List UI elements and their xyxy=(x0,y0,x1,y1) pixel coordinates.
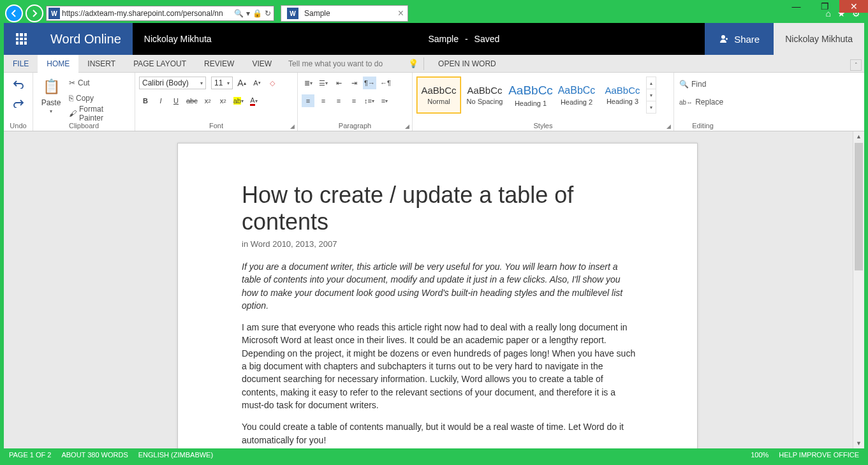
doc-title[interactable]: How to create / update a table of conten… xyxy=(242,182,637,235)
user-name-left: Nickolay Mikhuta xyxy=(133,34,223,44)
browser-back-button[interactable] xyxy=(5,4,23,22)
group-font-label: Font◢ xyxy=(139,121,293,129)
align-center-button[interactable]: ≡ xyxy=(317,94,330,107)
word-count[interactable]: ABOUT 380 WORDS xyxy=(61,451,128,459)
scroll-up-button[interactable]: ▲ xyxy=(853,131,864,142)
search-icon[interactable]: 🔍 xyxy=(234,9,244,18)
bullets-button[interactable]: ≣▾ xyxy=(302,77,314,89)
find-button[interactable]: 🔍Find xyxy=(678,78,707,91)
share-button[interactable]: Share xyxy=(705,23,774,55)
lock-icon: 🔒 xyxy=(253,9,262,18)
replace-button[interactable]: ab↔Replace xyxy=(678,96,725,108)
window-close-button[interactable]: ✕ xyxy=(839,0,868,13)
replace-icon: ab↔ xyxy=(679,99,693,106)
highlight-button[interactable]: ab▾ xyxy=(232,94,245,107)
styles-more-button[interactable]: ▴▾▾ xyxy=(646,77,656,114)
tab-view[interactable]: VIEW xyxy=(243,55,281,73)
tab-home[interactable]: HOME xyxy=(38,55,78,73)
decrease-indent-button[interactable]: ⇤ xyxy=(332,77,345,89)
line-spacing-button[interactable]: ↕≡▾ xyxy=(363,94,376,107)
page-indicator[interactable]: PAGE 1 OF 2 xyxy=(9,451,51,459)
style-name: No Spacing xyxy=(467,98,503,105)
document-area: How to create / update a table of conten… xyxy=(4,131,864,448)
group-styles-label: Styles◢ xyxy=(416,121,670,129)
font-dialog-launcher[interactable]: ◢ xyxy=(290,123,295,129)
group-clipboard-label: Clipboard xyxy=(37,121,131,129)
clear-formatting-button[interactable]: ◇ xyxy=(266,77,279,89)
collapse-ribbon-button[interactable]: ˄ xyxy=(850,59,862,71)
cut-button[interactable]: ✂Cut xyxy=(68,77,91,89)
scroll-down-button[interactable]: ▼ xyxy=(853,438,864,448)
special-indent-button[interactable]: ≡▾ xyxy=(378,94,391,107)
document-page[interactable]: How to create / update a table of conten… xyxy=(177,143,698,448)
ribbon: Undo 📋 Paste ▾ ✂Cut ⎘Copy 🖌Format Painte… xyxy=(4,73,864,131)
numbering-button[interactable]: ☰▾ xyxy=(317,77,330,89)
doc-intro[interactable]: If you are a document writer, this artic… xyxy=(242,260,637,312)
copy-button[interactable]: ⎘Copy xyxy=(68,92,95,105)
italic-button[interactable]: I xyxy=(154,94,167,107)
ltr-button[interactable]: ¶→ xyxy=(363,77,376,89)
language-indicator[interactable]: ENGLISH (ZIMBABWE) xyxy=(138,451,213,459)
superscript-button[interactable]: x2 xyxy=(217,94,230,107)
tab-review[interactable]: REVIEW xyxy=(195,55,243,73)
style-tile-no-spacing[interactable]: AaBbCcNo Spacing xyxy=(462,77,507,114)
window-maximize-button[interactable]: ❐ xyxy=(811,0,839,13)
help-improve-link[interactable]: HELP IMPROVE OFFICE xyxy=(779,451,859,459)
browser-tab[interactable]: W Sample × xyxy=(281,5,408,22)
tell-me-input[interactable] xyxy=(286,57,407,71)
underline-button[interactable]: U xyxy=(170,94,182,107)
user-name-right[interactable]: Nickolay Mikhuta xyxy=(774,23,864,55)
doc-subtitle[interactable]: in Word 2010, 2013, 2007 xyxy=(242,239,637,249)
tab-insert[interactable]: INSERT xyxy=(78,55,124,73)
tab-page-layout[interactable]: PAGE LAYOUT xyxy=(124,55,195,73)
word-header: Word Online Nickolay Mikhuta Sample - Sa… xyxy=(4,23,864,55)
grow-font-button[interactable]: A▴ xyxy=(235,77,248,89)
doc-paragraph[interactable]: I am sure that everyone who reads this a… xyxy=(242,321,637,411)
strikethrough-button[interactable]: abc xyxy=(185,94,199,107)
align-right-button[interactable]: ≡ xyxy=(332,94,345,107)
window-minimize-button[interactable]: — xyxy=(782,0,811,13)
style-tile-heading-1[interactable]: AaBbCcHeading 1 xyxy=(508,77,553,114)
tab-close-button[interactable]: × xyxy=(398,8,404,19)
group-editing-label: Editing xyxy=(678,121,728,129)
style-name: Normal xyxy=(427,98,450,105)
tab-title: Sample xyxy=(304,9,330,18)
styles-dialog-launcher[interactable]: ◢ xyxy=(666,123,671,129)
format-painter-button[interactable]: 🖌Format Painter xyxy=(68,107,131,120)
undo-button[interactable] xyxy=(11,78,26,91)
app-launcher-button[interactable] xyxy=(4,23,39,55)
doc-paragraph[interactable]: You could create a table of contents man… xyxy=(242,420,637,447)
style-tile-heading-2[interactable]: AaBbCcHeading 2 xyxy=(554,77,599,114)
addr-dropdown-icon[interactable]: ▾ xyxy=(246,9,250,18)
style-tile-normal[interactable]: AaBbCcNormal xyxy=(416,77,461,114)
copy-icon: ⎘ xyxy=(69,94,73,103)
bold-button[interactable]: B xyxy=(139,94,152,107)
font-size-combo[interactable]: 11▾ xyxy=(211,77,233,89)
scissors-icon: ✂ xyxy=(69,78,75,87)
open-in-word-button[interactable]: OPEN IN WORD xyxy=(429,55,505,73)
status-bar: PAGE 1 OF 2 ABOUT 380 WORDS ENGLISH (ZIM… xyxy=(4,448,864,461)
subscript-button[interactable]: x2 xyxy=(202,94,214,107)
increase-indent-button[interactable]: ⇥ xyxy=(348,77,360,89)
zoom-level[interactable]: 100% xyxy=(751,451,769,459)
rtl-button[interactable]: ←¶ xyxy=(379,77,392,89)
tab-file[interactable]: FILE xyxy=(4,55,38,73)
vertical-scrollbar[interactable]: ▲ ▼ xyxy=(853,131,864,448)
find-icon: 🔍 xyxy=(679,80,689,89)
font-color-button[interactable]: A▾ xyxy=(247,94,260,107)
paste-button[interactable]: 📋 Paste ▾ xyxy=(37,75,65,115)
shrink-font-button[interactable]: A▾ xyxy=(251,77,263,89)
align-left-button[interactable]: ≡ xyxy=(302,94,314,107)
url-text: https://adxteam-my.sharepoint.com/person… xyxy=(62,9,232,18)
scrollbar-thumb[interactable] xyxy=(855,143,863,270)
address-bar[interactable]: W https://adxteam-my.sharepoint.com/pers… xyxy=(46,6,274,21)
browser-forward-button[interactable] xyxy=(26,4,43,22)
document-name[interactable]: Sample xyxy=(428,34,458,44)
justify-button[interactable]: ≡ xyxy=(348,94,360,107)
font-name-combo[interactable]: Calibri (Body)▾ xyxy=(139,77,206,89)
refresh-icon[interactable]: ↻ xyxy=(265,9,271,18)
redo-button[interactable] xyxy=(11,97,26,110)
style-tile-heading-3[interactable]: AaBbCcHeading 3 xyxy=(600,77,645,114)
paragraph-dialog-launcher[interactable]: ◢ xyxy=(405,123,409,129)
style-name: Heading 1 xyxy=(515,100,547,107)
